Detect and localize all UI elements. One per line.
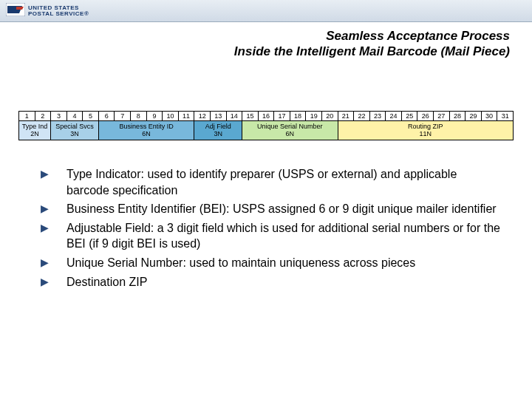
pos-cell: 5	[83, 112, 99, 121]
bullet-text: Adjustable Field: a 3 digit field which …	[66, 220, 502, 252]
bullet-item: ▶ Adjustable Field: a 3 digit field whic…	[41, 220, 502, 252]
pos-cell: 2	[35, 112, 51, 121]
pos-cell: 20	[321, 112, 338, 121]
title-line1: Seamless Acceptance Process	[234, 28, 510, 44]
position-row: 1 2 3 4 5 6 7 8 9 10 11 12 13 14 15 16 1…	[19, 112, 514, 121]
pos-cell: 8	[131, 112, 147, 121]
field-special-svcs: Special Svcs3N	[51, 121, 99, 140]
pos-cell: 23	[369, 112, 386, 121]
bullet-icon: ▶	[41, 276, 49, 287]
logo-line2: POSTAL SERVICE®	[28, 11, 89, 17]
field-row: Type Ind2N Special Svcs3N Business Entit…	[19, 121, 514, 140]
eagle-icon	[6, 3, 25, 19]
pos-cell: 18	[290, 112, 306, 121]
pos-cell: 29	[466, 112, 482, 121]
pos-cell: 11	[178, 112, 194, 121]
field-business-entity-id: Business Entity ID6N	[98, 121, 194, 140]
pos-cell: 31	[497, 112, 514, 121]
field-routing-zip: Routing ZIP11N	[338, 121, 513, 140]
pos-cell: 1	[19, 112, 35, 121]
barcode-structure-table: 1 2 3 4 5 6 7 8 9 10 11 12 13 14 15 16 1…	[18, 111, 514, 140]
bullet-item: ▶ Business Entity Identifier (BEI): USPS…	[41, 201, 502, 217]
usps-logo: UNITED STATES POSTAL SERVICE®	[6, 3, 89, 19]
pos-cell: 27	[434, 112, 450, 121]
field-adj: Adj Field3N	[194, 121, 242, 140]
bullet-text: Destination ZIP	[66, 274, 147, 290]
slide-title: Seamless Acceptance Process Inside the I…	[234, 28, 510, 60]
bullet-item: ▶ Destination ZIP	[41, 274, 502, 290]
bullet-text: Unique Serial Number: used to maintain u…	[66, 255, 415, 271]
bullet-icon: ▶	[41, 222, 49, 233]
field-type-indicator: Type Ind2N	[19, 121, 51, 140]
pos-cell: 26	[417, 112, 434, 121]
pos-cell: 28	[449, 112, 466, 121]
bullet-text: Type Indicator: used to identify prepare…	[66, 166, 502, 198]
pos-cell: 12	[194, 112, 211, 121]
bullet-text: Business Entity Identifier (BEI): USPS a…	[66, 201, 497, 217]
bullet-item: ▶ Type Indicator: used to identify prepa…	[41, 166, 502, 198]
pos-cell: 9	[146, 112, 163, 121]
pos-cell: 24	[386, 112, 402, 121]
pos-cell: 19	[306, 112, 322, 121]
bullet-icon: ▶	[41, 202, 49, 214]
pos-cell: 3	[51, 112, 67, 121]
pos-cell: 10	[163, 112, 179, 121]
header-bar: UNITED STATES POSTAL SERVICE®	[0, 0, 532, 22]
bullet-item: ▶ Unique Serial Number: used to maintain…	[41, 255, 502, 271]
pos-cell: 30	[481, 112, 497, 121]
pos-cell: 6	[98, 112, 115, 121]
pos-cell: 4	[66, 112, 83, 121]
bullet-icon: ▶	[41, 256, 49, 268]
field-unique-serial: Unique Serial Number6N	[242, 121, 338, 140]
pos-cell: 16	[258, 112, 274, 121]
pos-cell: 13	[210, 112, 226, 121]
pos-cell: 22	[354, 112, 370, 121]
pos-cell: 17	[274, 112, 290, 121]
pos-cell: 21	[338, 112, 354, 121]
logo-text: UNITED STATES POSTAL SERVICE®	[28, 5, 89, 17]
pos-cell: 25	[401, 112, 417, 121]
bullet-list: ▶ Type Indicator: used to identify prepa…	[41, 166, 502, 293]
pos-cell: 15	[242, 112, 259, 121]
title-line2: Inside the Intelligent Mail Barcode (Mai…	[234, 44, 510, 59]
pos-cell: 14	[226, 112, 242, 121]
pos-cell: 7	[115, 112, 131, 121]
bullet-icon: ▶	[41, 168, 49, 180]
